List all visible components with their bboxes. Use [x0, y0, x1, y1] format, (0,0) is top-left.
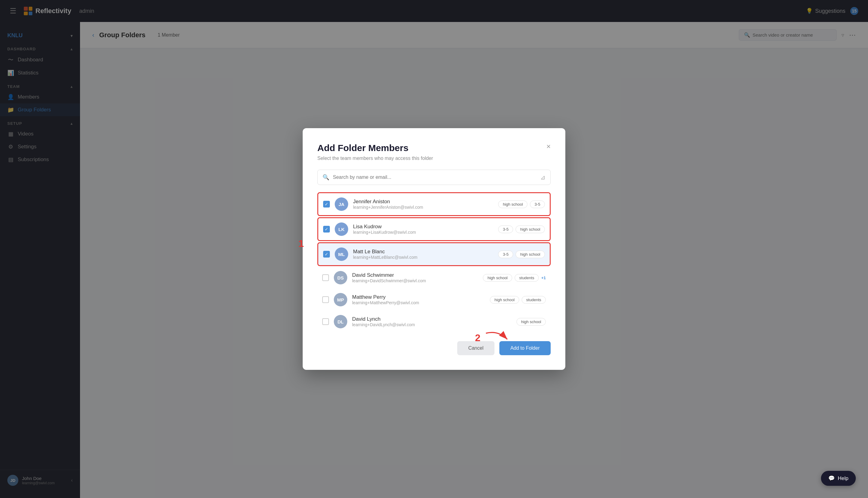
member-checkbox[interactable]	[322, 296, 329, 303]
member-name: David Schwimmer	[352, 272, 478, 278]
member-info: Lisa Kudrow learning+LisaKudrow@swivl.co…	[353, 224, 493, 235]
member-email: learning+LisaKudrow@swivl.com	[353, 230, 493, 235]
modal-header: Add Folder Members ×	[317, 143, 551, 153]
member-name: Lisa Kudrow	[353, 224, 493, 230]
member-checkbox[interactable]: ✓	[323, 251, 330, 258]
member-email: learning+MattLeBlanc@swivl.com	[353, 255, 493, 260]
tag: high school	[498, 200, 527, 208]
tag: high school	[516, 318, 546, 326]
member-search-input[interactable]	[333, 174, 537, 180]
member-email: learning+DavidLynch@swivl.com	[352, 322, 512, 327]
member-tags: high school 3-5	[498, 200, 545, 208]
help-label: Help	[838, 475, 848, 482]
filter-icon[interactable]: ⊿	[540, 174, 546, 181]
member-row[interactable]: ✓ LK Lisa Kudrow learning+LisaKudrow@swi…	[317, 217, 551, 241]
member-name: Matt Le Blanc	[353, 249, 493, 255]
member-checkbox[interactable]	[322, 318, 329, 325]
member-info: Matthew Perry learning+MatthewPerry@swiv…	[352, 294, 485, 305]
member-info: David Lynch learning+DavidLynch@swivl.co…	[352, 316, 512, 327]
member-tags: 3-5 high school	[498, 250, 545, 258]
help-icon: 💬	[828, 475, 835, 482]
add-to-folder-button[interactable]: Add to Folder	[499, 341, 551, 355]
modal-search-bar[interactable]: 🔍 ⊿	[317, 170, 551, 185]
modal-subtitle: Select the team members who may access t…	[317, 156, 551, 161]
member-info: Matt Le Blanc learning+MattLeBlanc@swivl…	[353, 249, 493, 260]
tag: high school	[490, 296, 519, 304]
avatar: DS	[334, 271, 347, 284]
member-email: learning+MatthewPerry@swivl.com	[352, 300, 485, 305]
member-list: ✓ JA Jennifer Aniston learning+JenniferA…	[317, 192, 551, 332]
avatar: LK	[335, 222, 348, 236]
tag: high school	[483, 274, 512, 281]
tag: students	[515, 274, 539, 281]
member-info: David Schwimmer learning+DavidSchwimmer@…	[352, 272, 478, 283]
member-row[interactable]: DL David Lynch learning+DavidLynch@swivl…	[317, 311, 551, 332]
member-email: learning+DavidSchwimmer@swivl.com	[352, 278, 478, 283]
tag-plus[interactable]: +1	[541, 276, 546, 280]
help-button[interactable]: 💬 Help	[821, 471, 856, 486]
member-tags: high school students	[490, 296, 546, 304]
avatar: ML	[335, 248, 348, 261]
member-tags: high school students +1	[483, 274, 546, 281]
add-folder-members-modal: Add Folder Members × Select the team mem…	[303, 128, 565, 370]
tag: 3-5	[498, 250, 513, 258]
tag: 3-5	[498, 225, 513, 233]
member-email: learning+JenniferAniston@swivl.com	[353, 205, 493, 210]
member-checkbox[interactable]: ✓	[323, 226, 330, 233]
member-name: Matthew Perry	[352, 294, 485, 300]
search-icon: 🔍	[322, 174, 329, 181]
member-row[interactable]: ✓ ML Matt Le Blanc learning+MattLeBlanc@…	[317, 242, 551, 266]
member-row[interactable]: ✓ JA Jennifer Aniston learning+JenniferA…	[317, 192, 551, 216]
member-tags: high school	[516, 318, 546, 326]
tag: 3-5	[530, 200, 545, 208]
tag: high school	[515, 250, 545, 258]
close-button[interactable]: ×	[546, 143, 551, 150]
cancel-button[interactable]: Cancel	[457, 341, 495, 355]
member-row[interactable]: DS David Schwimmer learning+DavidSchwimm…	[317, 267, 551, 289]
member-checkbox[interactable]	[322, 274, 329, 281]
member-row[interactable]: MP Matthew Perry learning+MatthewPerry@s…	[317, 289, 551, 311]
member-checkbox[interactable]: ✓	[323, 201, 330, 208]
tag: students	[522, 296, 546, 304]
member-info: Jennifer Aniston learning+JenniferAnisto…	[353, 199, 493, 210]
tag: high school	[515, 225, 545, 233]
member-name: Jennifer Aniston	[353, 199, 493, 205]
avatar: DL	[334, 315, 347, 328]
member-tags: 3-5 high school	[498, 225, 545, 233]
modal-title: Add Folder Members	[317, 143, 408, 153]
avatar: MP	[334, 293, 347, 306]
member-name: David Lynch	[352, 316, 512, 322]
modal-footer: Cancel Add to Folder	[317, 341, 551, 355]
avatar: JA	[335, 197, 348, 211]
